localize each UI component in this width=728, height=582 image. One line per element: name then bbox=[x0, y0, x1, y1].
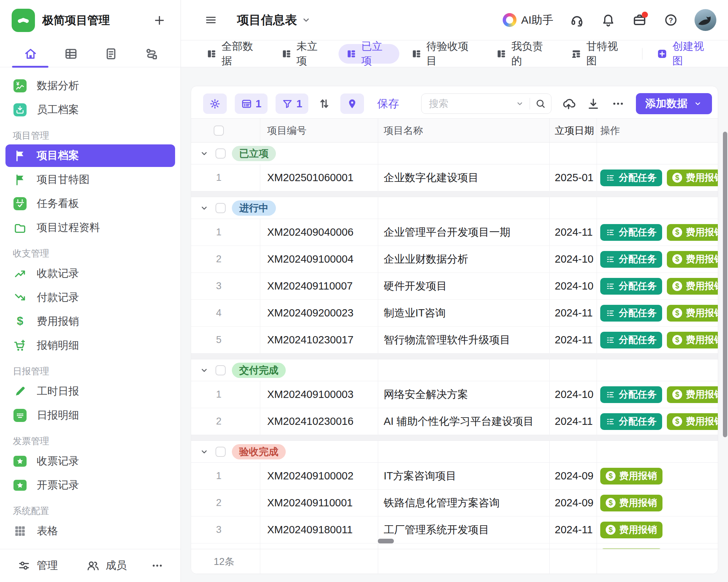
sidebar-item-payments[interactable]: 付款记录 bbox=[5, 286, 175, 309]
assign-task-button[interactable]: 分配任务 bbox=[600, 278, 662, 295]
sidebar-item-project-files[interactable]: 项目档案 bbox=[5, 144, 175, 167]
headset-icon[interactable] bbox=[569, 12, 585, 28]
nav-home-icon[interactable] bbox=[23, 46, 39, 62]
column-header-date[interactable]: 立项日期 bbox=[550, 119, 597, 142]
sidebar-item-invoice-issued[interactable]: 开票记录 bbox=[5, 474, 175, 497]
column-header-name[interactable]: 项目名称 bbox=[378, 119, 550, 142]
assign-task-button[interactable]: 分配任务 bbox=[600, 386, 662, 403]
expense-button[interactable]: $费用报销 bbox=[600, 468, 662, 485]
table-row[interactable]: 4 XM202409200023 制造业IT咨询 2024-11 分配任务 $费… bbox=[191, 300, 718, 327]
table-row[interactable]: 1 XM202501060001 企业数字化建设项目 2025-01 分配任务 … bbox=[191, 164, 718, 191]
assign-task-button[interactable]: 分配任务 bbox=[600, 224, 662, 241]
collapse-chevron-icon[interactable] bbox=[199, 447, 209, 457]
expense-button[interactable]: $费用报销 bbox=[667, 413, 718, 430]
group-header-row[interactable]: 交付完成 bbox=[191, 359, 718, 381]
add-data-button[interactable]: 添加数据 bbox=[636, 93, 712, 114]
tab-gantt-view[interactable]: 甘特视图 bbox=[563, 44, 634, 64]
collapse-chevron-icon[interactable] bbox=[199, 365, 209, 375]
sort-button[interactable] bbox=[316, 96, 332, 112]
manage-button[interactable]: 管理 bbox=[17, 558, 58, 573]
more-actions-icon[interactable] bbox=[610, 96, 626, 111]
sidebar-item-timesheet[interactable]: 工时日报 bbox=[5, 380, 175, 403]
group-checkbox[interactable] bbox=[215, 447, 226, 457]
save-button[interactable]: 保存 bbox=[377, 96, 399, 111]
ai-assistant-button[interactable]: AI助手 bbox=[503, 13, 553, 28]
settings-button[interactable] bbox=[203, 93, 227, 114]
filter-button[interactable]: 1 bbox=[276, 93, 308, 114]
group-header-row[interactable]: 进行中 bbox=[191, 197, 718, 219]
sidebar-item-expense[interactable]: 费用报销 bbox=[5, 310, 175, 333]
briefcase-icon[interactable] bbox=[632, 12, 647, 28]
sidebar-item-invoice-received[interactable]: 收票记录 bbox=[5, 450, 175, 473]
group-header-row[interactable]: 已立项 bbox=[191, 143, 718, 164]
sidebar-item-daily-detail[interactable]: 日报明细 bbox=[5, 404, 175, 427]
group-checkbox[interactable] bbox=[215, 203, 226, 213]
nav-workflow-icon[interactable] bbox=[143, 46, 159, 62]
search-icon[interactable] bbox=[535, 98, 546, 109]
expense-button[interactable]: $费用报销 bbox=[600, 522, 662, 538]
search-input[interactable] bbox=[428, 98, 515, 110]
assign-task-button[interactable]: 分配任务 bbox=[600, 332, 662, 348]
expense-button[interactable]: $费用报销 bbox=[667, 386, 718, 403]
table-row[interactable]: 2 XM202410230016 AI 辅助个性化学习平台建设项目 2024-1… bbox=[191, 408, 718, 435]
horizontal-scrollbar[interactable] bbox=[378, 539, 394, 543]
assign-task-button[interactable]: 分配任务 bbox=[600, 305, 662, 322]
assign-task-button[interactable]: 分配任务 bbox=[600, 170, 662, 186]
collapse-chevron-icon[interactable] bbox=[199, 148, 209, 159]
create-view-button[interactable]: 创建视图 bbox=[638, 39, 712, 68]
hamburger-menu-icon[interactable] bbox=[203, 13, 218, 27]
chevron-down-icon[interactable] bbox=[515, 99, 525, 108]
sidebar-item-data-analysis[interactable]: 数据分析 bbox=[5, 75, 175, 97]
expense-button[interactable]: $费用报销 bbox=[667, 224, 718, 241]
tab-not-approved[interactable]: 未立项 bbox=[274, 44, 334, 64]
table-row[interactable]: 5 XM202410230017 智行物流管理软件升级项目 2024-11 分配… bbox=[191, 327, 718, 354]
table-row[interactable]: 4 XM202410100003 万科数字化建设 2024-11 $费用报销 bbox=[191, 543, 718, 549]
group-checkbox[interactable] bbox=[215, 365, 226, 375]
expense-button[interactable]: $费用报销 bbox=[667, 332, 718, 348]
column-header-code[interactable]: 项目编号 bbox=[260, 119, 378, 142]
sidebar-item-workflow[interactable]: 流程 bbox=[5, 544, 175, 549]
nav-table-icon[interactable] bbox=[63, 46, 79, 62]
sidebar-item-project-gantt[interactable]: 项目甘特图 bbox=[5, 168, 175, 191]
table-row[interactable]: 3 XM202409180011 工厂管理系统开发项目 2024-11 $费用报… bbox=[191, 517, 718, 543]
table-row[interactable]: 1 XM202409100003 网络安全解决方案 2024-10 分配任务 $… bbox=[191, 381, 718, 408]
table-row[interactable]: 3 XM202409110007 硬件开发项目 2024-10 分配任务 $费用… bbox=[191, 273, 718, 300]
add-app-icon[interactable] bbox=[152, 13, 167, 28]
sidebar-item-tables[interactable]: 表格 bbox=[5, 520, 175, 542]
sidebar-item-task-board[interactable]: 任务看板 bbox=[5, 192, 175, 215]
members-button[interactable]: 成员 bbox=[86, 558, 127, 573]
assign-task-button[interactable]: 分配任务 bbox=[600, 413, 662, 430]
pin-button[interactable] bbox=[340, 93, 364, 114]
expense-button[interactable]: $费用报销 bbox=[667, 278, 718, 295]
upload-icon[interactable] bbox=[561, 96, 576, 111]
collapse-chevron-icon[interactable] bbox=[199, 203, 209, 213]
table-row[interactable]: 1 XM202409040006 企业管理平台开发项目一期 2024-11 分配… bbox=[191, 219, 718, 246]
table-row[interactable]: 1 XM202409100002 IT方案咨询项目 2024-09 $费用报销 bbox=[191, 463, 718, 490]
group-header-row[interactable]: 验收完成 bbox=[191, 441, 718, 463]
expense-button[interactable]: $费用报销 bbox=[667, 305, 718, 322]
sidebar-item-employee-files[interactable]: 员工档案 bbox=[5, 99, 175, 121]
tab-my-projects[interactable]: 我负责的 bbox=[488, 44, 559, 64]
table-row[interactable]: 2 XM202409110001 铁路信息化管理方案咨询 2024-09 $费用… bbox=[191, 490, 718, 517]
vertical-scrollbar[interactable] bbox=[723, 132, 727, 437]
field-config-button[interactable]: 1 bbox=[235, 93, 268, 114]
tab-approved[interactable]: 已立项 bbox=[339, 44, 399, 64]
expense-button[interactable]: $费用报销 bbox=[600, 495, 662, 511]
assign-task-button[interactable]: 分配任务 bbox=[600, 251, 662, 268]
download-icon[interactable] bbox=[586, 96, 601, 111]
expense-button[interactable]: $费用报销 bbox=[667, 170, 718, 186]
select-all-checkbox[interactable] bbox=[214, 125, 224, 136]
sidebar-item-expense-detail[interactable]: 报销明细 bbox=[5, 334, 175, 357]
avatar[interactable] bbox=[695, 9, 716, 31]
expense-button[interactable]: $费用报销 bbox=[667, 251, 718, 268]
bell-icon[interactable] bbox=[601, 12, 616, 28]
more-icon[interactable] bbox=[151, 559, 164, 572]
search-box[interactable] bbox=[421, 93, 551, 114]
group-checkbox[interactable] bbox=[215, 148, 226, 159]
table-row[interactable]: 2 XM202409100004 企业业财数据分析 2024-10 分配任务 $… bbox=[191, 246, 718, 273]
help-icon[interactable] bbox=[663, 12, 678, 28]
nav-document-icon[interactable] bbox=[103, 46, 119, 62]
tab-pending-acceptance[interactable]: 待验收项目 bbox=[404, 44, 484, 64]
sidebar-item-project-docs[interactable]: 项目过程资料 bbox=[5, 216, 175, 239]
title-chevron-down-icon[interactable] bbox=[301, 15, 312, 25]
